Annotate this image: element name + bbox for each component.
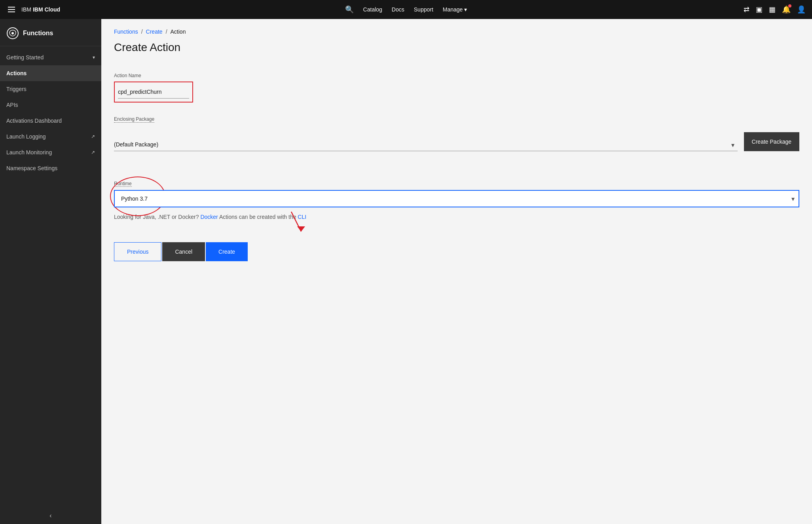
search-icon[interactable]: 🔍 [345,5,354,14]
breadcrumb-functions[interactable]: Functions [114,28,138,35]
cancel-button[interactable]: Cancel [162,242,205,261]
page-header: Create Action [101,38,812,63]
sidebar: Functions Getting Started ▾ Actions Trig… [0,19,101,524]
functions-logo-icon [6,27,19,40]
sidebar-item-label: APIs [6,102,18,108]
previous-button[interactable]: Previous [114,242,161,261]
sidebar-item-label: Namespace Settings [6,165,57,171]
action-name-label: Action Name [114,73,799,78]
create-package-button[interactable]: Create Package [744,132,799,151]
user-icon[interactable]: 👤 [797,5,806,14]
collapse-icon: ‹ [49,512,51,519]
notification-icon[interactable]: 🔔 [782,5,791,14]
cli-link[interactable]: CLI [298,214,306,220]
action-name-input-wrapper [114,82,193,103]
sidebar-collapse-button[interactable]: ‹ [0,507,101,524]
sidebar-item-activations-dashboard[interactable]: Activations Dashboard [0,113,101,129]
package-select-wrapper: (Default Package) [114,138,738,151]
sidebar-item-label: Getting Started [6,54,44,61]
runtime-select[interactable]: Python 3.7 Python 3.6 Node.js 12 Node.js… [114,190,799,207]
sidebar-item-launch-logging[interactable]: Launch Logging ↗ [0,129,101,144]
breadcrumb-current: Action [171,28,186,35]
catalog-link[interactable]: Catalog [363,6,382,13]
sidebar-item-actions[interactable]: Actions [0,65,101,81]
action-name-field-group: Action Name [114,73,799,103]
brand-logo: IBM IBM Cloud [21,6,60,13]
form-footer: Previous Cancel Create [101,230,812,274]
enclosing-package-field-group: Enclosing Package (Default Package) Crea… [114,115,799,151]
support-link[interactable]: Support [414,6,433,13]
sidebar-item-launch-monitoring[interactable]: Launch Monitoring ↗ [0,144,101,160]
sidebar-item-label: Launch Logging [6,133,46,140]
external-link-icon: ↗ [91,150,95,155]
sidebar-item-getting-started[interactable]: Getting Started ▾ [0,49,101,65]
sidebar-item-label: Triggers [6,86,27,92]
sidebar-item-label: Actions [6,70,27,76]
sidebar-item-apis[interactable]: APIs [0,97,101,113]
page-title: Create Action [114,41,799,54]
external-link-icon: ↗ [91,134,95,139]
runtime-label: Runtime [114,181,132,187]
top-navigation: IBM IBM Cloud 🔍 Catalog Docs Support Man… [0,0,812,19]
notification-badge [788,4,791,8]
manage-menu[interactable]: Manage ▾ [443,6,467,13]
docker-link[interactable]: Docker [200,214,218,220]
sidebar-header: Functions [0,19,101,43]
chevron-down-icon: ▾ [464,6,467,13]
package-select-container: (Default Package) [114,138,738,151]
switcher-icon[interactable]: ⇄ [744,5,749,14]
enclosing-package-label: Enclosing Package [114,116,154,123]
action-name-input[interactable] [118,85,189,99]
runtime-select-wrapper: Python 3.7 Python 3.6 Node.js 12 Node.js… [114,190,799,207]
sidebar-title: Functions [23,30,53,37]
breadcrumb-create[interactable]: Create [146,28,163,35]
package-row: (Default Package) Create Package [114,132,799,151]
create-button[interactable]: Create [206,242,248,261]
hamburger-menu[interactable] [6,5,17,14]
runtime-section: Runtime Python 3.7 Python 3.6 Node.js 12… [101,170,812,230]
docs-link[interactable]: Docs [392,6,404,13]
calculator-icon[interactable]: ▦ [769,5,776,14]
sidebar-item-namespace-settings[interactable]: Namespace Settings [0,160,101,176]
sidebar-divider [0,46,101,46]
sidebar-item-triggers[interactable]: Triggers [0,81,101,97]
breadcrumb-separator: / [166,28,167,35]
helper-text: Looking for Java, .NET or Docker? Docker… [114,214,799,220]
chevron-down-icon: ▾ [93,55,95,60]
sidebar-item-label: Activations Dashboard [6,118,62,124]
svg-point-1 [11,32,14,34]
app-icon[interactable]: ▣ [756,5,763,14]
enclosing-package-select[interactable]: (Default Package) [114,138,738,151]
breadcrumb: Functions / Create / Action [101,19,812,38]
main-content: Functions / Create / Action Create Actio… [101,19,812,524]
form-section: Action Name Enclosing Package (Default P… [101,63,812,170]
breadcrumb-separator: / [141,28,143,35]
sidebar-item-label: Launch Monitoring [6,149,52,156]
runtime-field-group: Runtime Python 3.7 Python 3.6 Node.js 12… [114,180,799,207]
